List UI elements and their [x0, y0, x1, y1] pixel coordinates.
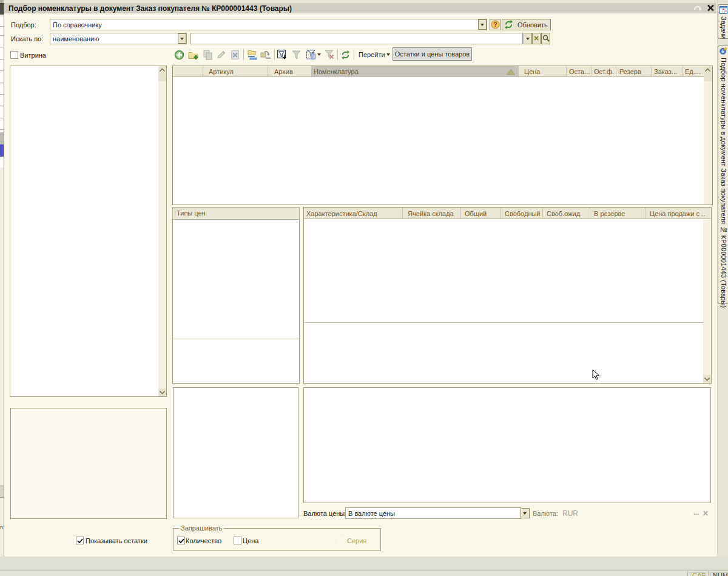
- svg-text:?: ?: [493, 21, 497, 28]
